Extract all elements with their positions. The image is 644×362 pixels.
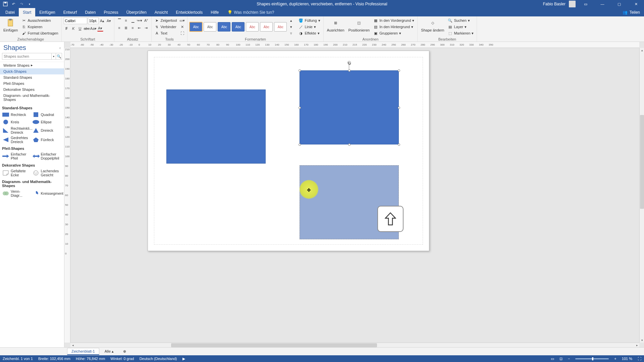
shape-simple-arrow[interactable]: Einfacher Pfeil bbox=[2, 152, 32, 161]
align-button[interactable]: ⊞Ausrichten bbox=[326, 17, 346, 33]
shape-smiley[interactable]: Lachendes Gesicht bbox=[32, 168, 62, 178]
qat-customize-icon[interactable]: ▾ bbox=[27, 1, 32, 7]
save-icon[interactable] bbox=[3, 1, 8, 7]
drawing-canvas[interactable]: ↻ ✥ bbox=[70, 48, 639, 343]
font-color-icon[interactable]: A▾ bbox=[97, 25, 103, 32]
pointer-tool-button[interactable]: ➤Zeigertool bbox=[154, 17, 178, 23]
shape-quadrat[interactable]: Quadrat bbox=[32, 111, 62, 118]
font-size-combo[interactable] bbox=[88, 17, 99, 24]
vscroll-thumb[interactable] bbox=[640, 115, 644, 209]
search-dropdown-icon[interactable]: ▾ bbox=[51, 53, 56, 60]
position-button[interactable]: ◫Positionieren bbox=[347, 17, 371, 33]
gallery-down-icon[interactable]: ▾ bbox=[288, 24, 294, 30]
align-left-icon[interactable]: ≡ bbox=[116, 25, 122, 31]
shape-rectangle-1[interactable] bbox=[166, 89, 266, 164]
shapes-search-input[interactable] bbox=[2, 53, 51, 60]
scroll-down-icon[interactable]: ▾ bbox=[640, 338, 644, 343]
handle-e[interactable] bbox=[398, 107, 400, 109]
scroll-right-icon[interactable]: ▸ bbox=[635, 343, 639, 347]
crop-tool-icon[interactable]: ⛶ bbox=[179, 30, 185, 36]
fit-page-icon[interactable]: ⊡ bbox=[559, 357, 562, 361]
change-shape-button[interactable]: ◇Shape ändern bbox=[420, 17, 445, 33]
format-painter-button[interactable]: 🖌Format übertragen bbox=[20, 30, 59, 36]
shape-triangle[interactable]: Dreieck bbox=[32, 126, 62, 135]
bold-icon[interactable]: F bbox=[64, 25, 70, 32]
stencil-standard-shapes[interactable]: Standard-Shapes bbox=[0, 74, 64, 80]
zoom-in-icon[interactable]: + bbox=[614, 357, 616, 361]
maximize-button[interactable]: ▢ bbox=[612, 0, 626, 8]
rectangle-tool-icon[interactable]: ▭▾ bbox=[179, 17, 185, 23]
layer-button[interactable]: ▤Layer ▾ bbox=[447, 24, 475, 30]
tab-start[interactable]: Start bbox=[19, 8, 35, 16]
strike-icon[interactable]: abc bbox=[84, 25, 90, 32]
indent-inc-icon[interactable]: ⇥ bbox=[143, 25, 149, 31]
redo-icon[interactable]: ↷ bbox=[19, 1, 24, 7]
connector-tool-button[interactable]: ↯Verbinder bbox=[154, 24, 178, 30]
search-go-icon[interactable]: 🔍 bbox=[56, 53, 62, 60]
effects-button[interactable]: ◑Effekte ▾ bbox=[298, 30, 321, 36]
horizontal-scrollbar[interactable]: ◂ ▸ bbox=[70, 343, 639, 347]
find-button[interactable]: 🔍Suchen ▾ bbox=[447, 17, 475, 23]
collapse-pane-icon[interactable]: ‹ bbox=[59, 46, 61, 50]
style-3[interactable]: Abc bbox=[218, 22, 230, 32]
shape-ellipse[interactable]: Ellipse bbox=[32, 118, 62, 126]
presentation-mode-icon[interactable]: ▭ bbox=[551, 357, 554, 361]
horizontal-ruler[interactable]: -70-60-50-40-30-20-100102030405060708090… bbox=[70, 42, 639, 48]
handle-nw[interactable] bbox=[299, 69, 301, 72]
tab-einfuegen[interactable]: Einfügen bbox=[35, 8, 59, 16]
tab-datei[interactable]: Datei bbox=[1, 8, 19, 16]
align-top-icon[interactable]: ▔ bbox=[116, 17, 122, 23]
scroll-left-icon[interactable]: ◂ bbox=[70, 343, 75, 347]
vertical-ruler[interactable]: 2102001901801701601501401301201101009080… bbox=[64, 48, 70, 343]
select-button[interactable]: ⬚Markieren ▾ bbox=[447, 30, 475, 36]
zoom-knob[interactable] bbox=[592, 357, 593, 360]
shape-double-arrow[interactable]: Einfacher Doppelpfeil bbox=[32, 152, 62, 161]
zoom-out-icon[interactable]: − bbox=[568, 357, 570, 361]
shape-right-triangle[interactable]: Rechtwinkli... Dreieck bbox=[2, 126, 32, 135]
align-center-icon[interactable]: ≣ bbox=[123, 25, 129, 31]
style-6[interactable]: Abc bbox=[260, 22, 273, 32]
shape-venn[interactable]: Venn-Diagr... bbox=[2, 189, 32, 198]
shrink-font-icon[interactable]: A▾ bbox=[106, 18, 112, 24]
handle-s[interactable] bbox=[348, 143, 351, 146]
style-1[interactable]: Abc bbox=[190, 22, 202, 32]
text-direction-icon[interactable]: Aᵀ bbox=[143, 17, 149, 23]
avatar[interactable] bbox=[569, 1, 576, 7]
tab-entwurf[interactable]: Entwurf bbox=[59, 8, 81, 16]
minimize-button[interactable]: — bbox=[596, 0, 609, 8]
shape-folded-corner[interactable]: Gefaltete Ecke bbox=[2, 168, 32, 178]
sheet-add-button[interactable]: ⊕ bbox=[119, 348, 130, 355]
handle-n[interactable] bbox=[348, 69, 351, 72]
tab-ansicht[interactable]: Ansicht bbox=[151, 8, 172, 16]
user-name[interactable]: Fabio Basler bbox=[543, 2, 566, 6]
connection-point-icon[interactable]: ✕ bbox=[179, 24, 185, 30]
shape-kreis[interactable]: Kreis bbox=[2, 118, 32, 126]
bring-front-button[interactable]: ▦In den Vordergrund ▾ bbox=[372, 17, 415, 23]
rotation-handle[interactable]: ↻ bbox=[347, 61, 351, 64]
handle-sw[interactable] bbox=[299, 143, 301, 146]
stencil-math-shapes[interactable]: Diagramm- und Mathematik-Shapes bbox=[0, 93, 64, 103]
align-bottom-icon[interactable]: ▁ bbox=[130, 17, 136, 23]
underline-icon[interactable]: U bbox=[77, 25, 83, 32]
tab-ueberpruefen[interactable]: Überprüfen bbox=[122, 8, 151, 16]
shape-rectangle-2-selected[interactable] bbox=[300, 70, 399, 144]
ribbon-mode-icon[interactable]: ▭ bbox=[579, 0, 592, 8]
handle-se[interactable] bbox=[398, 143, 400, 146]
scroll-up-icon[interactable]: ▴ bbox=[640, 48, 644, 53]
sheet-tab-all[interactable]: Alle ▴ bbox=[101, 348, 118, 355]
gallery-more-icon[interactable]: ▿ bbox=[288, 30, 294, 36]
line-button[interactable]: ／Linie ▾ bbox=[298, 24, 321, 30]
case-icon[interactable]: Aa▾ bbox=[91, 25, 97, 32]
style-5[interactable]: Abc bbox=[246, 22, 259, 32]
italic-icon[interactable]: K bbox=[70, 25, 76, 32]
paste-button[interactable]: Einfügen bbox=[2, 17, 19, 33]
grow-font-icon[interactable]: A▴ bbox=[99, 18, 105, 24]
status-language[interactable]: Deutsch (Deutschland) bbox=[140, 357, 177, 361]
handle-w[interactable] bbox=[299, 107, 301, 109]
share-button[interactable]: Teilen bbox=[630, 10, 640, 15]
indent-dec-icon[interactable]: ⇤ bbox=[137, 25, 143, 31]
style-7[interactable]: Abc bbox=[274, 22, 287, 32]
shape-pie-slice[interactable]: Kreissegment bbox=[32, 189, 62, 198]
tab-hilfe[interactable]: Hilfe bbox=[207, 8, 223, 16]
stencil-quick-shapes[interactable]: Quick-Shapes bbox=[0, 68, 64, 74]
